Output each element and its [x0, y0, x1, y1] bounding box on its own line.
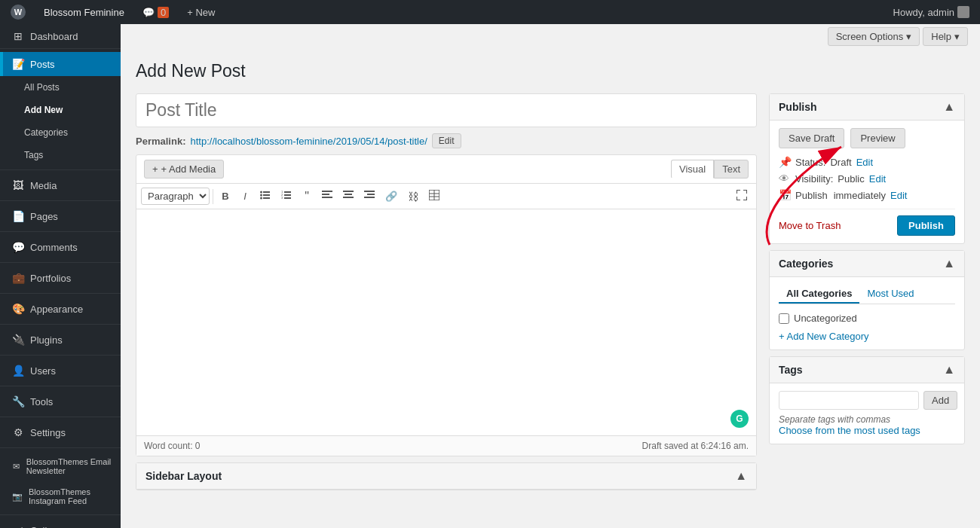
site-name-item[interactable]: Blossom Feminine: [39, 0, 129, 24]
sidebar-item-comments[interactable]: 💬 Comments: [0, 235, 121, 259]
sidebar-item-users[interactable]: 👤 Users: [0, 359, 121, 383]
plugins-icon: 🔌: [12, 334, 24, 346]
collapse-icon: ◀: [12, 524, 24, 528]
sidebar-item-label: Appearance: [30, 304, 83, 315]
tags-hint-separate: Separate tags with commas: [779, 414, 955, 425]
all-categories-tab[interactable]: All Categories: [779, 285, 859, 304]
ol-button[interactable]: 123: [277, 187, 296, 206]
editor-footer: Word count: 0 Draft saved at 6:24:16 am.: [136, 435, 756, 456]
dashboard-icon: ⊞: [12, 30, 24, 42]
post-title-input[interactable]: [136, 93, 757, 127]
table-button[interactable]: [424, 187, 444, 206]
sidebar-item-blossom-email[interactable]: ✉ BlossomThemes Email Newsletter: [0, 451, 121, 481]
comments-item[interactable]: 💬 0: [138, 0, 173, 24]
sidebar-item-add-new[interactable]: Add New: [0, 99, 121, 121]
sidebar-item-pages[interactable]: 📄 Pages: [0, 204, 121, 228]
sidebar-item-posts[interactable]: 📝 Posts: [0, 52, 121, 76]
admin-bar: W Blossom Feminine 💬 0 + New Howdy, admi…: [0, 0, 980, 24]
format-toolbar: Paragraph B I 123 ": [136, 184, 756, 209]
tab-visual[interactable]: Visual: [671, 160, 714, 179]
tags-input[interactable]: [779, 391, 919, 410]
align-left-button[interactable]: [317, 188, 337, 205]
most-used-tab[interactable]: Most Used: [859, 285, 921, 304]
svg-rect-7: [284, 194, 291, 196]
tags-add-button[interactable]: Add: [923, 391, 957, 410]
tab-text[interactable]: Text: [714, 160, 749, 179]
content-area: Screen Options ▾ Help ▾ Add New Post Per…: [121, 24, 980, 528]
sidebar-item-categories[interactable]: Categories: [0, 121, 121, 144]
status-edit-link[interactable]: Edit: [856, 157, 873, 168]
sidebar-item-blossom-instagram[interactable]: 📷 BlossomThemes Instagram Feed: [0, 481, 121, 511]
sidebar-item-dashboard[interactable]: ⊞ Dashboard: [0, 24, 121, 48]
sidebar-layout-toggle-icon[interactable]: ▲: [735, 469, 747, 483]
sidebar-item-tools[interactable]: 🔧 Tools: [0, 389, 121, 414]
publish-panel-header[interactable]: Publish ▲: [770, 94, 964, 121]
admin-avatar: [957, 6, 969, 18]
sidebar-item-portfolios[interactable]: 💼 Portfolios: [0, 266, 121, 290]
add-new-category-link[interactable]: + Add New Category: [779, 331, 869, 342]
sidebar-item-media[interactable]: 🖼 Media: [0, 173, 121, 197]
categories-panel-title: Categories: [779, 258, 833, 270]
visibility-icon: 👁: [779, 172, 791, 185]
italic-button[interactable]: I: [236, 188, 254, 205]
paragraph-select[interactable]: Paragraph: [141, 188, 210, 205]
ul-button[interactable]: [256, 187, 275, 206]
blossom-email-icon: ✉: [12, 462, 20, 472]
remove-link-button[interactable]: ⛓: [403, 188, 423, 206]
category-checkbox-uncategorized[interactable]: [779, 313, 789, 324]
sidebar-item-label: Comments: [30, 242, 78, 253]
appearance-icon: 🎨: [12, 303, 24, 315]
comments-count: 0: [158, 7, 169, 18]
sidebar-item-collapse[interactable]: ◀ Collapse menu: [0, 518, 121, 528]
bold-button[interactable]: B: [216, 188, 234, 205]
permalink-url[interactable]: http://localhost/blossom-feminine/2019/0…: [190, 136, 427, 147]
settings-icon: ⚙: [12, 426, 24, 438]
add-media-button[interactable]: + + Add Media: [144, 160, 224, 179]
sidebar-item-appearance[interactable]: 🎨 Appearance: [0, 297, 121, 321]
tags-panel-title: Tags: [779, 364, 803, 376]
publish-edit-link[interactable]: Edit: [890, 190, 907, 201]
screen-options-button[interactable]: Screen Options ▾: [828, 27, 920, 46]
move-to-trash-link[interactable]: Move to Trash: [779, 220, 841, 231]
category-label-uncategorized: Uncategorized: [794, 313, 857, 324]
editor-layout: Permalink: http://localhost/blossom-femi…: [136, 93, 965, 516]
save-draft-button[interactable]: Save Draft: [779, 128, 844, 148]
tags-choose-link[interactable]: Choose from the most used tags: [779, 425, 920, 436]
align-right-button[interactable]: [360, 188, 379, 205]
categories-panel-header[interactable]: Categories ▲: [770, 251, 964, 277]
visibility-label: Visibility:: [795, 173, 833, 185]
publish-label: Publish: [795, 190, 828, 201]
sidebar-item-settings[interactable]: ⚙ Settings: [0, 420, 121, 444]
tags-toggle-icon[interactable]: ▲: [943, 363, 955, 377]
categories-panel: Categories ▲ All Categories Most Used: [769, 250, 965, 350]
blockquote-button[interactable]: ": [298, 188, 316, 206]
tags-panel-header[interactable]: Tags ▲: [770, 357, 964, 383]
help-button[interactable]: Help ▾: [923, 27, 968, 46]
svg-rect-8: [284, 197, 291, 199]
category-item-uncategorized: Uncategorized: [779, 310, 955, 326]
blossom-instagram-icon: 📷: [12, 492, 23, 502]
tags-input-row: Add: [779, 391, 955, 410]
visibility-edit-link[interactable]: Edit: [869, 173, 886, 185]
preview-button[interactable]: Preview: [850, 128, 905, 148]
wp-logo[interactable]: W: [6, 0, 30, 24]
screen-options-label: Screen Options: [836, 31, 904, 42]
insert-link-button[interactable]: 🔗: [381, 188, 402, 205]
schedule-icon: 📅: [779, 189, 791, 201]
howdy-item[interactable]: Howdy, admin: [889, 0, 974, 24]
sidebar-item-tags[interactable]: Tags: [0, 144, 121, 166]
permalink-edit-button[interactable]: Edit: [432, 133, 461, 148]
publish-panel-toggle-icon[interactable]: ▲: [943, 100, 955, 114]
editor-content[interactable]: G: [136, 209, 756, 435]
draft-saved: Draft saved at 6:24:16 am.: [642, 441, 749, 451]
align-center-button[interactable]: [338, 188, 358, 205]
sidebar-item-all-posts[interactable]: All Posts: [0, 76, 121, 99]
publish-panel-title: Publish: [779, 101, 817, 113]
sidebar-item-plugins[interactable]: 🔌 Plugins: [0, 328, 121, 352]
pages-icon: 📄: [12, 210, 24, 222]
categories-toggle-icon[interactable]: ▲: [943, 257, 955, 270]
sidebar-layout-panel-header[interactable]: Sidebar Layout ▲: [136, 463, 756, 490]
new-item[interactable]: + New: [182, 0, 219, 24]
publish-button[interactable]: Publish: [897, 215, 955, 236]
fullscreen-button[interactable]: [732, 187, 752, 206]
